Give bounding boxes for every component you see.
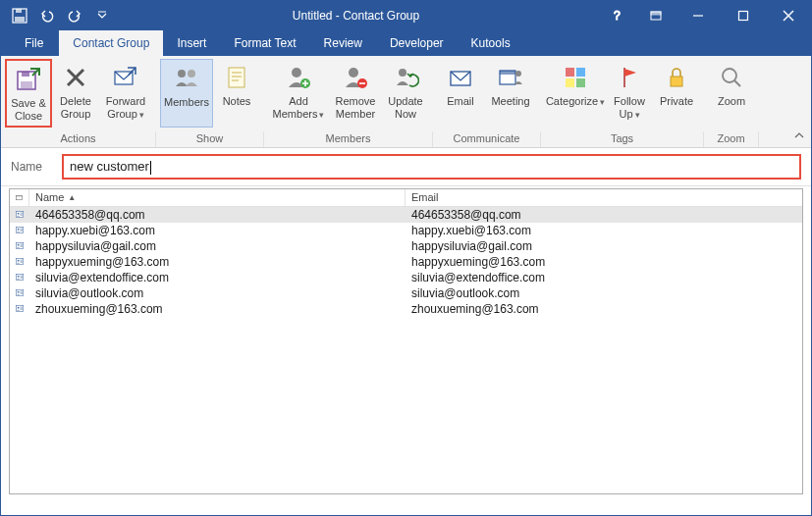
svg-point-71 bbox=[18, 291, 20, 293]
qat-customize-button[interactable] bbox=[89, 3, 115, 28]
table-row[interactable]: zhouxueming@163.comzhouxueming@163.com bbox=[10, 301, 802, 317]
column-header-email[interactable]: Email bbox=[406, 189, 802, 206]
svg-rect-37 bbox=[566, 78, 574, 87]
list-rows: 464653358@qq.com464653358@qq.comhappy.xu… bbox=[10, 207, 802, 317]
ribbon-group-members: Add Members Remove Member Update Now Mem… bbox=[264, 56, 433, 147]
maximize-button[interactable] bbox=[721, 1, 766, 30]
group-label-zoom: Zoom bbox=[704, 131, 759, 147]
sort-ascending-icon: ▲ bbox=[68, 193, 76, 202]
tab-file[interactable]: File bbox=[9, 30, 59, 56]
table-row[interactable]: siluvia@extendoffice.comsiluvia@extendof… bbox=[10, 270, 802, 285]
svg-point-61 bbox=[18, 260, 20, 262]
forward-group-label: Forward Group bbox=[101, 95, 150, 121]
categorize-label: Categorize bbox=[546, 95, 605, 108]
save-and-close-button[interactable]: Save & Close bbox=[5, 59, 52, 128]
notes-label: Notes bbox=[223, 95, 251, 108]
name-label: Name bbox=[11, 160, 54, 174]
redo-button[interactable] bbox=[62, 3, 87, 28]
column-header-icon[interactable] bbox=[10, 189, 29, 206]
undo-icon bbox=[39, 8, 55, 24]
delete-icon bbox=[60, 62, 91, 93]
update-now-label: Update Now bbox=[384, 95, 427, 121]
group-label-members: Members bbox=[264, 131, 433, 147]
members-label: Members bbox=[164, 96, 209, 109]
table-row[interactable]: 464653358@qq.com464653358@qq.com bbox=[10, 207, 802, 223]
save-button[interactable] bbox=[7, 3, 32, 28]
table-row[interactable]: happyxueming@163.comhappyxueming@163.com bbox=[10, 254, 802, 270]
minimize-button[interactable] bbox=[676, 1, 721, 30]
contact-card-icon bbox=[10, 225, 29, 235]
tab-review[interactable]: Review bbox=[310, 30, 376, 56]
list-header: Name ▲ Email bbox=[10, 189, 802, 207]
svg-point-18 bbox=[188, 70, 195, 77]
private-button[interactable]: Private bbox=[653, 59, 700, 128]
remove-member-icon bbox=[340, 62, 371, 93]
flag-icon bbox=[614, 62, 645, 93]
member-email: zhouxueming@163.com bbox=[406, 302, 802, 316]
remove-member-button[interactable]: Remove Member bbox=[329, 59, 382, 128]
categorize-button[interactable]: Categorize bbox=[545, 59, 606, 128]
delete-group-button[interactable]: Delete Group bbox=[52, 59, 99, 128]
group-label-tags: Tags bbox=[541, 131, 704, 147]
members-button[interactable]: Members bbox=[160, 59, 213, 128]
update-icon bbox=[390, 62, 421, 93]
svg-point-34 bbox=[515, 71, 521, 77]
member-name: happy.xuebi@163.com bbox=[29, 224, 406, 237]
ribbon: Save & Close Delete Group Forward Group … bbox=[1, 56, 811, 148]
svg-rect-38 bbox=[576, 78, 585, 87]
redo-icon bbox=[67, 8, 82, 24]
private-label: Private bbox=[660, 95, 693, 108]
column-email-label: Email bbox=[411, 191, 439, 203]
table-row[interactable]: happysiluvia@gail.comhappysiluvia@gail.c… bbox=[10, 238, 802, 254]
table-row[interactable]: siluvia@outlook.comsiluvia@outlook.com bbox=[10, 285, 802, 301]
email-label: Email bbox=[447, 95, 474, 108]
maximize-icon bbox=[737, 10, 749, 22]
tab-insert[interactable]: Insert bbox=[163, 30, 220, 56]
members-list[interactable]: Name ▲ Email 464653358@qq.com464653358@q… bbox=[9, 188, 803, 494]
member-name: siluvia@outlook.com bbox=[29, 286, 406, 300]
svg-point-56 bbox=[18, 244, 20, 246]
tab-developer[interactable]: Developer bbox=[376, 30, 458, 56]
zoom-button[interactable]: Zoom bbox=[708, 59, 755, 128]
close-button[interactable] bbox=[766, 1, 811, 30]
notes-button[interactable]: Notes bbox=[213, 59, 260, 128]
collapse-ribbon-button[interactable] bbox=[793, 129, 805, 143]
svg-rect-12 bbox=[22, 72, 29, 77]
svg-rect-19 bbox=[229, 68, 244, 87]
remove-member-label: Remove Member bbox=[331, 95, 380, 121]
contact-card-icon bbox=[10, 240, 29, 251]
email-button[interactable]: Email bbox=[437, 59, 484, 128]
undo-button[interactable] bbox=[34, 3, 60, 28]
svg-rect-8 bbox=[739, 12, 748, 21]
tab-format-text[interactable]: Format Text bbox=[220, 30, 309, 56]
tab-kutools[interactable]: Kutools bbox=[458, 30, 524, 56]
member-email: happysiluvia@gail.com bbox=[406, 239, 802, 253]
ribbon-display-options-button[interactable] bbox=[636, 1, 676, 30]
follow-up-button[interactable]: Follow Up bbox=[606, 59, 653, 128]
contact-card-icon bbox=[10, 287, 29, 298]
member-email: siluvia@extendoffice.com bbox=[406, 271, 802, 284]
svg-text:?: ? bbox=[614, 9, 621, 23]
member-email: 464653358@qq.com bbox=[406, 208, 802, 222]
members-icon bbox=[171, 63, 202, 94]
tab-contact-group[interactable]: Contact Group bbox=[59, 30, 163, 56]
attachment-icon bbox=[16, 192, 23, 203]
svg-point-30 bbox=[399, 69, 406, 77]
categorize-icon bbox=[560, 62, 591, 93]
email-icon bbox=[445, 62, 476, 93]
minimize-icon bbox=[692, 10, 704, 22]
column-header-name[interactable]: Name ▲ bbox=[29, 189, 406, 206]
name-input[interactable]: new customer bbox=[62, 154, 801, 180]
update-now-button[interactable]: Update Now bbox=[382, 59, 429, 128]
add-members-button[interactable]: Add Members bbox=[268, 59, 329, 128]
meeting-button[interactable]: Meeting bbox=[484, 59, 537, 128]
svg-rect-1 bbox=[16, 9, 22, 13]
help-button[interactable]: ? bbox=[597, 1, 636, 30]
save-close-icon bbox=[13, 64, 44, 95]
window-title: Untitled - Contact Group bbox=[115, 9, 597, 23]
svg-rect-35 bbox=[566, 68, 574, 77]
svg-point-17 bbox=[178, 70, 186, 77]
table-row[interactable]: happy.xuebi@163.comhappy.xuebi@163.com bbox=[10, 223, 802, 238]
name-field-row: Name new customer bbox=[1, 148, 811, 186]
forward-group-button[interactable]: Forward Group bbox=[99, 59, 152, 128]
